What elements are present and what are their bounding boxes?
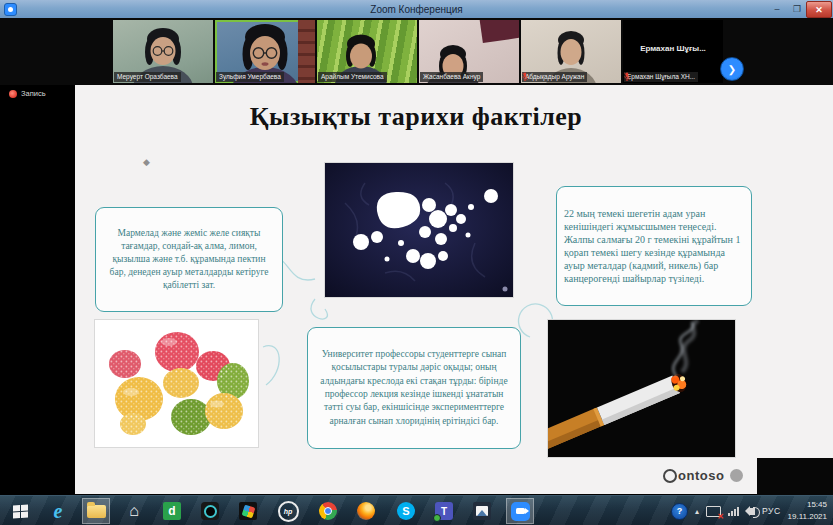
image-viewer-icon bbox=[473, 502, 491, 520]
video-tile-camera-off[interactable]: Ермахан Шұғы... Ермахан Шұғыла ХН... bbox=[623, 20, 723, 83]
chrome-icon bbox=[319, 502, 337, 520]
windows-taskbar: e ⌂ d hp S T bbox=[0, 495, 833, 525]
recording-indicator: Запись bbox=[9, 89, 46, 98]
firefox-icon bbox=[357, 502, 375, 520]
close-button[interactable]: ✕ bbox=[806, 1, 832, 18]
minimize-button[interactable]: ‒ bbox=[767, 1, 787, 16]
participant-name: Арайлым Утемисова bbox=[321, 72, 384, 82]
video-tile[interactable]: Жасанбаева Акнур bbox=[419, 20, 519, 83]
participant-name: Ермахан Шұғыла ХН... bbox=[627, 72, 695, 82]
home-app-button[interactable]: ⌂ bbox=[120, 498, 148, 524]
window-title: Zoom Конференция bbox=[0, 4, 833, 15]
screen-share-black-corner bbox=[757, 458, 833, 495]
signal-strength-icon[interactable] bbox=[728, 507, 739, 516]
contoso-ring-icon bbox=[663, 469, 677, 483]
contoso-text: ontoso bbox=[678, 468, 724, 483]
internet-explorer-button[interactable]: e bbox=[44, 498, 72, 524]
video-tile[interactable]: Меруерт Оразбаева bbox=[113, 20, 213, 83]
zoom-meeting-window: Zoom Конференция ‒ ❐ ✕ Меруерт Оразбаева bbox=[0, 0, 833, 525]
chrome-button[interactable] bbox=[314, 498, 342, 524]
callout-box-pectin: Мармелад және жеміс желе сияқты тағамдар… bbox=[95, 207, 283, 312]
participant-name: Меруерт Оразбаева bbox=[117, 72, 178, 82]
mercury-droplets-image bbox=[325, 163, 513, 297]
home-icon: ⌂ bbox=[129, 503, 139, 519]
window-titlebar: Zoom Конференция ‒ ❐ ✕ bbox=[0, 0, 833, 19]
clock-date: 19.11.2021 bbox=[788, 511, 827, 523]
diamond-bullet: ◆ bbox=[143, 157, 150, 167]
callout-box-tobacco: 22 мың темекі шегетін адам уран кенішінд… bbox=[556, 186, 752, 306]
gallery-next-page-button[interactable]: ❯ bbox=[720, 57, 744, 81]
callout-box-professor: Университет профессоры студенттерге сына… bbox=[307, 327, 521, 449]
logo-badge-icon bbox=[730, 469, 743, 482]
start-button[interactable] bbox=[6, 498, 34, 524]
participant-name: Жасанбаева Акнур bbox=[423, 72, 480, 82]
video-tile[interactable]: Арайлым Утемисова bbox=[317, 20, 417, 83]
tray-expand-caret[interactable]: ▴ bbox=[695, 507, 699, 516]
video-gallery-strip: Меруерт Оразбаева Зульфия Умербаева bbox=[0, 18, 833, 85]
slide-title: Қызықты тарихи фактілер bbox=[75, 102, 757, 132]
photo-tiles-icon bbox=[239, 502, 257, 520]
language-indicator[interactable]: РУС bbox=[762, 506, 781, 516]
webcam-icon bbox=[201, 502, 219, 520]
callout-text: Университет профессоры студенттерге сына… bbox=[314, 348, 514, 428]
windows-logo-icon bbox=[13, 504, 28, 518]
webcam-app-button[interactable] bbox=[196, 498, 224, 524]
internet-explorer-icon: e bbox=[54, 501, 63, 521]
participant-name: Абдықадыр Аружан bbox=[525, 72, 584, 82]
system-tray: ? ▴ ✕ РУС 15:45 19.11.2021 bbox=[671, 496, 833, 525]
network-disconnected-icon[interactable]: ✕ bbox=[706, 506, 721, 517]
video-tile[interactable]: Абдықадыр Аружан bbox=[521, 20, 621, 83]
image-viewer-button[interactable] bbox=[468, 498, 496, 524]
recording-label: Запись bbox=[21, 89, 46, 98]
participant-tile-label: Ермахан Шұғы... bbox=[623, 44, 723, 53]
zoom-taskbar-button[interactable] bbox=[506, 498, 534, 524]
maximize-button[interactable]: ❐ bbox=[787, 1, 807, 16]
skype-icon: S bbox=[397, 502, 415, 520]
hp-icon: hp bbox=[278, 501, 299, 522]
zoom-camera-icon bbox=[511, 502, 530, 521]
muted-mic-icon bbox=[624, 72, 630, 81]
taskbar-clock[interactable]: 15:45 19.11.2021 bbox=[788, 499, 829, 523]
photo-app-button[interactable] bbox=[234, 498, 262, 524]
skype-button[interactable]: S bbox=[392, 498, 420, 524]
jelly-candies-image bbox=[95, 320, 258, 447]
volume-icon[interactable] bbox=[750, 508, 755, 515]
callout-text: Мармелад және жеміс желе сияқты тағамдар… bbox=[104, 227, 274, 291]
teams-button[interactable]: T bbox=[430, 498, 458, 524]
shared-screen-slide: Қызықты тарихи фактілер ◆ Мармелад және … bbox=[75, 85, 833, 494]
muted-mic-icon bbox=[522, 72, 528, 81]
green-app-button[interactable]: d bbox=[158, 498, 186, 524]
file-explorer-button[interactable] bbox=[82, 498, 110, 524]
burning-cigarette-image bbox=[548, 320, 735, 457]
green-app-icon: d bbox=[163, 502, 181, 520]
contoso-logo: ontoso bbox=[663, 468, 743, 483]
firefox-button[interactable] bbox=[352, 498, 380, 524]
callout-text: 22 мың темекі шегетін адам уран кенішінд… bbox=[564, 207, 744, 285]
video-tile-active-speaker[interactable]: Зульфия Умербаева bbox=[215, 20, 315, 83]
participant-name: Зульфия Умербаева bbox=[219, 72, 281, 82]
teams-icon: T bbox=[435, 502, 453, 520]
folder-icon bbox=[87, 505, 106, 518]
hp-app-button[interactable]: hp bbox=[274, 498, 302, 524]
clock-time: 15:45 bbox=[788, 499, 827, 511]
recording-dot-icon bbox=[9, 90, 17, 98]
help-tray-icon[interactable]: ? bbox=[671, 503, 688, 520]
